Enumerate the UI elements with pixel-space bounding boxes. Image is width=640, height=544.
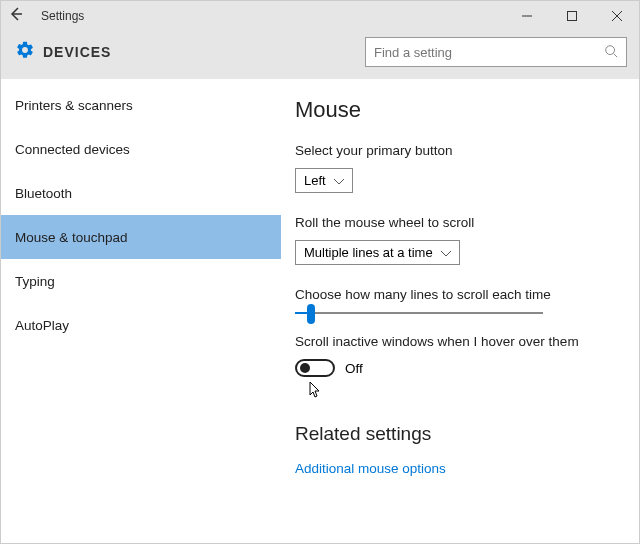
- sidebar-item-label: Mouse & touchpad: [15, 230, 128, 245]
- titlebar: Settings: [1, 1, 639, 31]
- sidebar-item-autoplay[interactable]: AutoPlay: [1, 303, 281, 347]
- primary-button-label: Select your primary button: [295, 143, 621, 158]
- svg-line-5: [614, 53, 618, 57]
- search-placeholder: Find a setting: [374, 45, 604, 60]
- toggle-knob: [300, 363, 310, 373]
- sidebar-item-printers[interactable]: Printers & scanners: [1, 83, 281, 127]
- main-panel: Mouse Select your primary button Left Ro…: [281, 79, 639, 544]
- hover-label: Scroll inactive windows when I hover ove…: [295, 334, 621, 349]
- additional-mouse-options-link[interactable]: Additional mouse options: [295, 461, 621, 476]
- chevron-down-icon: [441, 245, 451, 260]
- header-title: DEVICES: [43, 44, 365, 60]
- search-input[interactable]: Find a setting: [365, 37, 627, 67]
- svg-point-4: [606, 45, 615, 54]
- sidebar-item-label: Printers & scanners: [15, 98, 133, 113]
- sidebar-item-label: AutoPlay: [15, 318, 69, 333]
- back-button[interactable]: [1, 6, 31, 26]
- primary-button-dropdown[interactable]: Left: [295, 168, 353, 193]
- sidebar-item-label: Bluetooth: [15, 186, 72, 201]
- related-settings-title: Related settings: [295, 423, 621, 445]
- sidebar-item-bluetooth[interactable]: Bluetooth: [1, 171, 281, 215]
- scroll-wheel-label: Roll the mouse wheel to scroll: [295, 215, 621, 230]
- sidebar-item-label: Typing: [15, 274, 55, 289]
- svg-rect-1: [567, 12, 576, 21]
- window-title: Settings: [31, 9, 504, 23]
- sidebar-item-typing[interactable]: Typing: [1, 259, 281, 303]
- sidebar-item-mouse[interactable]: Mouse & touchpad: [1, 215, 281, 259]
- gear-icon: [15, 40, 35, 64]
- toggle-state-label: Off: [345, 361, 363, 376]
- sidebar-item-label: Connected devices: [15, 142, 130, 157]
- lines-slider[interactable]: [295, 312, 543, 314]
- scroll-wheel-dropdown[interactable]: Multiple lines at a time: [295, 240, 460, 265]
- dropdown-value: Multiple lines at a time: [304, 245, 433, 260]
- hover-toggle[interactable]: [295, 359, 335, 377]
- minimize-button[interactable]: [504, 1, 549, 31]
- header: DEVICES Find a setting: [1, 31, 639, 79]
- page-title: Mouse: [295, 97, 621, 123]
- sidebar: Printers & scanners Connected devices Bl…: [1, 79, 281, 544]
- lines-label: Choose how many lines to scroll each tim…: [295, 287, 621, 302]
- close-button[interactable]: [594, 1, 639, 31]
- search-icon: [604, 44, 618, 61]
- cursor-icon: [309, 381, 635, 403]
- slider-thumb[interactable]: [307, 304, 315, 324]
- sidebar-item-connected[interactable]: Connected devices: [1, 127, 281, 171]
- maximize-button[interactable]: [549, 1, 594, 31]
- dropdown-value: Left: [304, 173, 326, 188]
- chevron-down-icon: [334, 173, 344, 188]
